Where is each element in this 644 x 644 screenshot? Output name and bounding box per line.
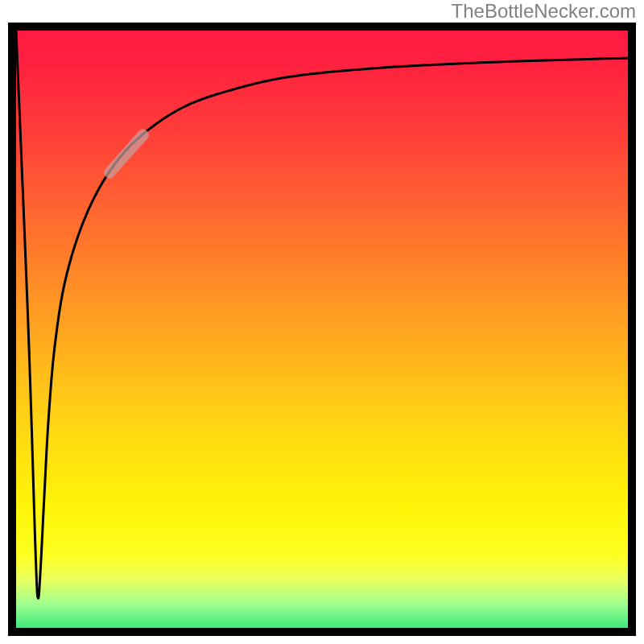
chart-frame xyxy=(8,23,636,636)
plot-area xyxy=(16,31,628,628)
curve-svg xyxy=(16,31,628,628)
bottleneck-curve xyxy=(16,31,628,598)
attribution-label: TheBottleNecker.com xyxy=(452,0,636,23)
